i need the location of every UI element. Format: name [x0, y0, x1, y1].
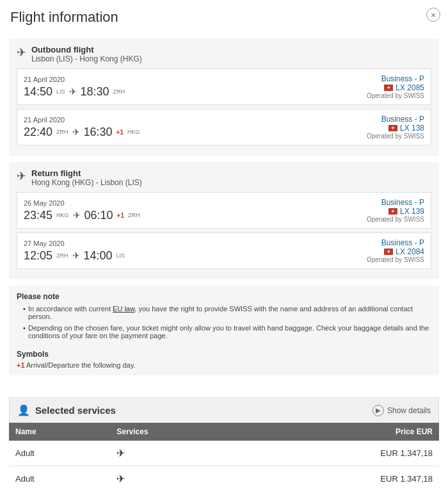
return-seg2-number: LX 2084	[341, 247, 424, 256]
outbound-seg1-times: 14:50 LIS ✈ 18:30 ZRH	[24, 85, 125, 99]
return-seg2-dep-time: 12:05	[24, 249, 52, 263]
outbound-seg2-operator: Operated by SWISS	[341, 133, 424, 140]
plus1-symbol: +1	[17, 361, 25, 369]
symbols-title: Symbols	[17, 350, 431, 359]
return-seg1-dep-time: 23:45	[24, 209, 52, 222]
outbound-flight-route: Lisbon (LIS) - Hong Kong (HKG)	[31, 54, 142, 63]
return-seg1-left: 26 May 2020 23:45 HKG ✈ 06:10 +1 ZRH	[24, 199, 140, 222]
outbound-seg1-dep-airport: LIS	[56, 88, 65, 95]
outbound-seg1-arr-time: 18:30	[81, 85, 109, 99]
return-flight-title: Return flight	[31, 168, 142, 178]
services-row2-name: Adult	[9, 466, 110, 491]
return-seg2-arr-time: 14:00	[84, 249, 113, 263]
return-seg2-left: 27 May 2020 12:05 ZRH ✈ 14:00 LIS	[24, 240, 125, 263]
outbound-seg2-plus-day: +1	[116, 129, 124, 136]
symbols-section: Symbols +1 Arrival/Departure the followi…	[9, 346, 439, 375]
outbound-seg2-number: LX 138	[341, 124, 424, 133]
return-seg2-arr-airport: LIS	[116, 252, 125, 259]
return-seg2-class: Business - P	[341, 238, 424, 247]
outbound-seg2-dep-time: 22:40	[24, 126, 52, 139]
swiss-flag-icon	[384, 85, 393, 91]
outbound-seg2-class: Business - P	[341, 115, 424, 124]
outbound-seg1-date: 21 April 2020	[24, 76, 125, 83]
outbound-seg1-left: 21 April 2020 14:50 LIS ✈ 18:30 ZRH	[24, 76, 125, 99]
symbols-description: Arrival/Departure the following day.	[26, 361, 135, 369]
return-seg1-arr-time: 06:10	[84, 209, 113, 222]
outbound-seg1-plane-icon: ✈	[69, 86, 77, 97]
return-flight-section: ✈ Return flight Hong Kong (HKG) - Lisbon…	[9, 162, 439, 279]
return-seg1-plus-day: +1	[117, 212, 124, 219]
outbound-seg1-arr-airport: ZRH	[113, 88, 125, 95]
outbound-segment-1: 21 April 2020 14:50 LIS ✈ 18:30 ZRH Busi…	[17, 69, 431, 105]
outbound-seg2-arr-time: 16:30	[84, 126, 113, 139]
swiss-flag-icon-3	[388, 208, 397, 215]
services-row1-service: ✈	[110, 441, 243, 466]
notes-item-1: In accordance with current EU law, you h…	[23, 305, 431, 320]
return-seg2-plane-icon: ✈	[72, 250, 80, 261]
return-seg2-right: Business - P LX 2084 Operated by SWISS	[341, 238, 424, 263]
return-segment-2: 27 May 2020 12:05 ZRH ✈ 14:00 LIS Busine…	[17, 233, 431, 269]
services-row1-plane-icon: ✈	[116, 448, 125, 459]
outbound-flight-title: Outbound flight	[31, 45, 142, 54]
show-details-circle-icon: ▶	[372, 405, 384, 416]
return-seg2-times: 12:05 ZRH ✈ 14:00 LIS	[24, 249, 125, 263]
return-plane-icon: ✈	[17, 169, 26, 183]
return-seg1-operator: Operated by SWISS	[341, 216, 424, 223]
outbound-seg2-times: 22:40 ZRH ✈ 16:30 +1 HKG	[24, 126, 140, 139]
services-section: 👤 Selected services ▶ Show details Name …	[9, 397, 439, 490]
services-table: Name Services Price EUR Adult ✈ EUR 1.34…	[9, 423, 439, 490]
show-details-button[interactable]: ▶ Show details	[372, 405, 431, 416]
col-price: Price EUR	[244, 423, 439, 441]
col-services: Services	[110, 423, 243, 441]
outbound-seg1-right: Business - P LX 2085 Operated by SWISS	[341, 74, 424, 99]
services-row2-service: ✈	[110, 466, 243, 491]
return-seg1-date: 26 May 2020	[24, 199, 140, 207]
outbound-flight-section: ✈ Outbound flight Lisbon (LIS) - Hong Ko…	[9, 38, 439, 156]
outbound-seg1-class: Business - P	[341, 74, 424, 83]
return-seg1-right: Business - P LX 139 Operated by SWISS	[341, 198, 424, 223]
outbound-segment-2: 21 April 2020 22:40 ZRH ✈ 16:30 +1 HKG B…	[17, 109, 431, 145]
outbound-plane-icon: ✈	[17, 45, 26, 60]
spacer	[0, 384, 448, 391]
services-row1-name: Adult	[9, 441, 110, 466]
services-title: Selected services	[35, 405, 116, 416]
services-row2-price: EUR 1.347,18	[244, 466, 439, 491]
notes-list: In accordance with current EU law, you h…	[17, 305, 431, 339]
outbound-seg2-dep-airport: ZRH	[56, 129, 68, 135]
swiss-flag-icon-4	[384, 249, 393, 255]
return-seg1-arr-airport: ZRH	[128, 212, 140, 218]
services-title-row: 👤 Selected services	[17, 404, 116, 416]
outbound-seg1-operator: Operated by SWISS	[341, 92, 424, 99]
close-button[interactable]: ×	[426, 8, 440, 22]
return-seg2-dep-airport: ZRH	[56, 252, 68, 259]
outbound-seg1-number: LX 2085	[341, 83, 424, 92]
notes-title: Please note	[17, 292, 431, 301]
services-row2-plane-icon: ✈	[116, 473, 125, 484]
return-flight-header: ✈ Return flight Hong Kong (HKG) - Lisbon…	[17, 168, 431, 187]
services-header: 👤 Selected services ▶ Show details	[9, 397, 439, 423]
outbound-seg2-left: 21 April 2020 22:40 ZRH ✈ 16:30 +1 HKG	[24, 116, 140, 139]
outbound-seg2-plane-icon: ✈	[72, 127, 80, 137]
return-seg1-plane-icon: ✈	[73, 210, 81, 220]
eu-law-link[interactable]: EU law	[113, 305, 134, 313]
outbound-seg2-arr-airport: HKG	[127, 129, 140, 135]
notes-item-2: Depending on the chosen fare, your ticke…	[23, 324, 431, 339]
show-details-label: Show details	[387, 406, 431, 415]
services-row1-price: EUR 1.347,18	[244, 441, 439, 466]
return-seg2-date: 27 May 2020	[24, 240, 125, 247]
notes-section: Please note In accordance with current E…	[9, 286, 439, 346]
swiss-flag-icon-2	[388, 125, 397, 131]
return-seg1-number: LX 139	[341, 207, 424, 216]
col-name: Name	[9, 423, 110, 441]
return-seg1-times: 23:45 HKG ✈ 06:10 +1 ZRH	[24, 209, 140, 222]
person-icon: 👤	[17, 404, 30, 416]
outbound-seg2-right: Business - P LX 138 Operated by SWISS	[341, 115, 424, 140]
modal-header: Flight information ×	[0, 0, 448, 32]
modal: Flight information × ✈ Outbound flight L…	[0, 0, 448, 490]
services-row-1: Adult ✈ EUR 1.347,18	[9, 441, 439, 466]
outbound-seg1-dep-time: 14:50	[24, 85, 52, 99]
modal-title: Flight information	[10, 9, 438, 26]
services-table-header-row: Name Services Price EUR	[9, 423, 439, 441]
return-segment-1: 26 May 2020 23:45 HKG ✈ 06:10 +1 ZRH Bus…	[17, 192, 431, 229]
return-flight-route: Hong Kong (HKG) - Lisbon (LIS)	[31, 178, 142, 187]
